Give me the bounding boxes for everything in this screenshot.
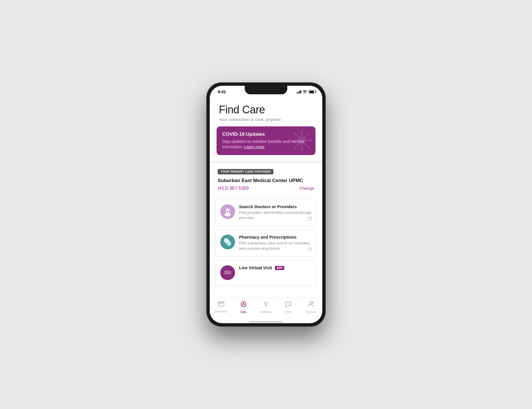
- wellness-icon: [263, 301, 269, 309]
- svg-point-14: [308, 133, 310, 134]
- battery-icon: [309, 90, 315, 93]
- signal-icon: [297, 90, 302, 93]
- svg-line-15: [296, 144, 299, 147]
- svg-point-0: [298, 137, 306, 145]
- care-card-virtual[interactable]: Live Virtual Visit APP: [215, 260, 317, 285]
- svg-point-40: [288, 304, 289, 304]
- phone-frame: 9:41: [206, 82, 326, 327]
- pcp-change-button[interactable]: Change: [299, 186, 314, 191]
- svg-point-6: [292, 140, 294, 141]
- virtual-card-text: Live Virtual Visit APP: [239, 265, 312, 272]
- pharmacy-card-title: Pharmacy and Prescriptions: [239, 235, 312, 239]
- svg-line-30: [310, 248, 311, 249]
- pcp-name: Suburban East Medical Center UPMC: [218, 178, 314, 183]
- pcp-phone[interactable]: (412) 867-5309: [218, 186, 249, 191]
- svg-point-18: [225, 213, 231, 216]
- doctor-icon-circle: [220, 204, 235, 219]
- svg-line-13: [305, 134, 308, 137]
- pcp-section: YOUR PRIMARY CARE PROVIDER Suburban East…: [210, 163, 322, 195]
- svg-point-10: [294, 133, 296, 134]
- phone-screen: 9:41: [210, 86, 322, 323]
- care-cards-list: Search Doctors or Providers Find provide…: [210, 195, 322, 289]
- svg-rect-31: [224, 270, 229, 274]
- svg-point-2: [301, 131, 303, 132]
- page-subtitle: Your connection to care, anytime.: [219, 117, 313, 122]
- nav-item-care[interactable]: Care: [232, 301, 255, 314]
- svg-line-9: [296, 134, 299, 137]
- svg-rect-34: [219, 304, 220, 304]
- page-title: Find Care: [219, 104, 313, 116]
- phone-notch: [245, 86, 287, 94]
- pcp-section-label: YOUR PRIMARY CARE PROVIDER: [218, 169, 273, 174]
- svg-point-12: [308, 147, 310, 149]
- status-time: 9:41: [218, 89, 226, 94]
- svg-point-42: [289, 304, 290, 304]
- doctor-icon: [222, 206, 233, 217]
- svg-point-8: [310, 140, 312, 141]
- pharmacy-icon: [223, 237, 233, 247]
- svg-point-22: [226, 208, 229, 210]
- virtual-icon-circle: [220, 265, 235, 280]
- status-icons: [297, 89, 316, 94]
- home-indicator: [210, 322, 322, 323]
- virus-decoration-icon: [290, 129, 313, 152]
- screen-content: Find Care Your connection to care, anyti…: [210, 98, 322, 298]
- nav-label-help: Help: [286, 310, 292, 314]
- svg-line-25: [310, 217, 311, 219]
- svg-line-11: [305, 144, 308, 147]
- pharmacy-card-external-icon: [308, 247, 312, 252]
- svg-point-16: [294, 147, 296, 149]
- nav-label-account: Account: [306, 310, 316, 314]
- care-icon: [240, 301, 247, 309]
- doctor-card-title: Search Doctors or Providers: [239, 204, 312, 209]
- svg-point-41: [287, 304, 288, 304]
- account-icon: [307, 301, 314, 309]
- nav-item-account[interactable]: Account: [300, 301, 322, 314]
- pcp-phone-row: (412) 867-5309 Change: [218, 186, 314, 191]
- doctor-card-text: Search Doctors or Providers Find provide…: [239, 204, 312, 220]
- svg-point-4: [301, 149, 303, 151]
- insurance-icon: [218, 301, 225, 309]
- covid-learn-more-link[interactable]: Learn more: [244, 145, 265, 149]
- svg-point-38: [243, 302, 244, 304]
- page-header: Find Care Your connection to care, anyti…: [210, 98, 322, 126]
- nav-item-wellness[interactable]: Wellness: [255, 301, 277, 314]
- wifi-icon: [303, 89, 307, 94]
- doctor-card-desc: Find providers and facilities covered th…: [239, 210, 312, 220]
- nav-item-help[interactable]: Help: [277, 301, 300, 314]
- bottom-nav: Insurance Care: [210, 298, 322, 322]
- virtual-card-title: Live Virtual Visit APP: [239, 265, 312, 270]
- pharmacy-icon-circle: [220, 235, 235, 249]
- nav-item-insurance[interactable]: Insurance: [210, 301, 232, 313]
- help-icon: [285, 301, 292, 309]
- nav-label-insurance: Insurance: [215, 310, 227, 313]
- section-divider: [210, 161, 322, 163]
- doctor-card-external-icon: [308, 217, 312, 222]
- virtual-visit-icon: [223, 268, 232, 277]
- care-card-pharmacy[interactable]: Pharmacy and Prescriptions Find a pharma…: [215, 229, 317, 256]
- app-badge: APP: [275, 266, 284, 270]
- care-card-doctors[interactable]: Search Doctors or Providers Find provide…: [215, 199, 317, 226]
- covid-banner[interactable]: COVID-19 Updates Stay updated on member …: [217, 126, 315, 155]
- nav-label-wellness: Wellness: [260, 310, 272, 314]
- pharmacy-card-desc: Find a pharmacy, plus search our formula…: [239, 241, 312, 251]
- nav-label-care: Care: [240, 310, 247, 314]
- pharmacy-card-text: Pharmacy and Prescriptions Find a pharma…: [239, 235, 312, 251]
